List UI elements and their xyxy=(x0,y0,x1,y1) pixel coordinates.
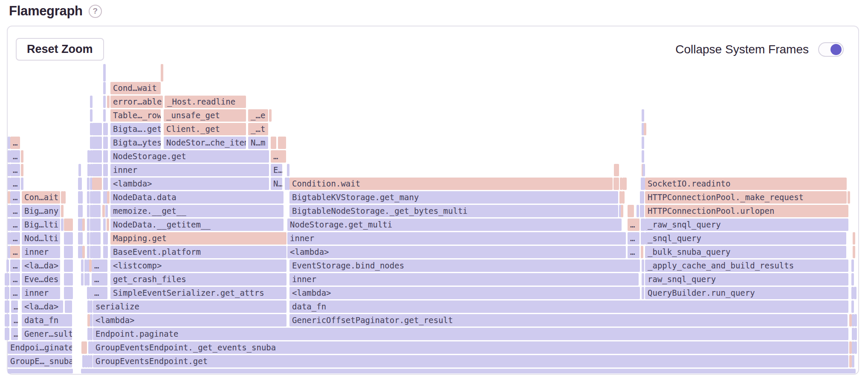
flame-frame[interactable] xyxy=(624,178,627,190)
flame-frame[interactable]: <lambda> xyxy=(287,246,626,258)
flame-frame[interactable] xyxy=(848,191,850,204)
flame-frame[interactable] xyxy=(107,96,110,108)
flame-frame[interactable] xyxy=(90,314,93,327)
collapse-system-frames-toggle[interactable] xyxy=(818,42,844,57)
flame-frame[interactable]: Mapping.get xyxy=(110,232,286,245)
flame-frame[interactable]: … xyxy=(10,150,20,163)
flame-frame[interactable] xyxy=(644,123,646,135)
flame-frame[interactable] xyxy=(7,273,9,286)
flame-frame[interactable]: inner xyxy=(289,273,639,286)
flame-frame[interactable]: N… xyxy=(271,178,282,190)
flame-frame[interactable]: BigtableKVStorage.get_many xyxy=(289,191,618,204)
flame-frame[interactable] xyxy=(642,137,644,149)
flame-frame[interactable] xyxy=(851,300,854,313)
flame-frame[interactable] xyxy=(92,191,101,204)
flame-frame[interactable]: GenericOffsetPaginator.get_result xyxy=(289,314,848,327)
flame-frame[interactable]: … xyxy=(628,219,639,231)
flame-frame[interactable] xyxy=(61,205,64,217)
flame-frame[interactable] xyxy=(92,178,102,190)
flame-frame[interactable]: Gener…sult xyxy=(22,328,72,340)
flame-frame[interactable] xyxy=(854,314,857,327)
flame-frame[interactable] xyxy=(853,232,855,245)
flame-frame[interactable] xyxy=(854,328,857,340)
flame-frame[interactable]: inner xyxy=(110,164,269,176)
flame-frame[interactable]: … xyxy=(628,232,639,245)
flame-frame[interactable] xyxy=(90,355,93,367)
flame-frame[interactable]: NodeStorage.get_multi xyxy=(287,219,622,231)
flame-frame[interactable] xyxy=(103,219,106,231)
flame-frame[interactable] xyxy=(81,341,87,354)
flame-frame[interactable]: Eve…des xyxy=(22,273,60,286)
flame-frame[interactable] xyxy=(102,205,105,217)
flame-frame[interactable] xyxy=(278,137,286,149)
flame-frame[interactable] xyxy=(7,328,9,340)
flame-frame[interactable]: _apply_cache_and_build_results xyxy=(645,259,848,272)
flame-frame[interactable]: NodeStor…che_item xyxy=(164,137,246,149)
flame-frame[interactable] xyxy=(852,355,854,367)
flame-frame[interactable]: … xyxy=(11,314,18,327)
flame-frame[interactable] xyxy=(641,246,643,258)
flame-frame[interactable]: N…m xyxy=(248,137,268,149)
flame-frame[interactable]: Bigta….get xyxy=(110,123,161,135)
flame-frame[interactable] xyxy=(80,232,83,245)
flame-frame[interactable]: _unsafe_get xyxy=(164,109,246,122)
flame-frame[interactable]: … xyxy=(10,287,20,299)
flame-frame[interactable]: Con…ait xyxy=(22,191,60,204)
flame-frame[interactable] xyxy=(642,273,644,286)
flame-frame[interactable] xyxy=(269,109,272,122)
flame-frame[interactable] xyxy=(642,164,645,176)
flame-frame[interactable]: SimpleEventSerializer.get_attrs xyxy=(110,287,286,299)
flame-frame[interactable]: data_fn xyxy=(289,300,848,313)
flame-frame[interactable] xyxy=(64,232,73,245)
flame-frame[interactable]: _…t xyxy=(248,123,268,135)
flame-frame[interactable] xyxy=(6,259,9,272)
flame-frame[interactable]: serialize xyxy=(93,300,286,313)
flame-frame[interactable] xyxy=(21,178,23,190)
flame-frame[interactable]: … xyxy=(10,205,20,217)
flame-frame[interactable]: EventStorage.bind_nodes xyxy=(289,259,640,272)
flame-frame[interactable] xyxy=(853,246,855,258)
flame-frame[interactable]: Cond…wait xyxy=(110,82,161,94)
flame-frame[interactable]: GroupE…_snuba xyxy=(8,355,72,367)
flame-frame[interactable] xyxy=(103,109,106,122)
flame-frame[interactable]: … xyxy=(10,164,20,176)
flame-frame[interactable] xyxy=(80,205,83,217)
flame-frame[interactable] xyxy=(63,191,66,204)
flame-frame[interactable] xyxy=(614,164,619,176)
flame-frame[interactable] xyxy=(103,96,106,108)
flame-frame[interactable] xyxy=(87,191,90,204)
flame-frame[interactable] xyxy=(621,205,623,217)
flame-frame[interactable] xyxy=(64,259,73,272)
flame-frame[interactable] xyxy=(105,137,108,149)
flame-frame[interactable] xyxy=(82,219,85,231)
flame-frame[interactable] xyxy=(92,232,101,245)
flame-frame[interactable] xyxy=(92,150,102,163)
flame-frame[interactable]: memoize.__get__ xyxy=(110,205,284,217)
flame-frame[interactable] xyxy=(642,287,644,299)
flame-frame[interactable] xyxy=(81,259,84,272)
flame-frame[interactable]: Nod…lti xyxy=(22,232,60,245)
flame-frame[interactable]: _snql_query xyxy=(645,232,846,245)
flame-frame[interactable] xyxy=(61,219,64,231)
flame-frame[interactable]: … xyxy=(11,328,18,340)
flame-frame[interactable] xyxy=(613,178,619,190)
flame-frame[interactable]: _…e xyxy=(248,109,268,122)
flame-frame[interactable] xyxy=(64,246,73,258)
flame-frame[interactable] xyxy=(622,191,625,204)
flame-frame[interactable] xyxy=(105,164,108,176)
flame-frame[interactable] xyxy=(105,178,108,190)
flame-frame[interactable] xyxy=(65,300,72,313)
flame-frame[interactable]: … xyxy=(10,232,20,245)
flame-frame[interactable] xyxy=(90,96,93,108)
flame-frame[interactable] xyxy=(78,178,82,190)
flame-frame[interactable] xyxy=(161,64,163,82)
flame-frame[interactable] xyxy=(7,300,9,313)
flame-frame[interactable] xyxy=(854,287,856,299)
reset-zoom-button[interactable]: Reset Zoom xyxy=(16,38,104,61)
flame-frame[interactable] xyxy=(80,191,83,204)
flame-frame[interactable]: data_fn xyxy=(22,314,72,327)
flame-frame[interactable]: error…able xyxy=(110,96,163,108)
flame-frame[interactable]: _bulk_snuba_query xyxy=(645,246,846,258)
flame-frame[interactable]: … xyxy=(10,259,20,272)
flame-frame[interactable] xyxy=(105,232,108,245)
